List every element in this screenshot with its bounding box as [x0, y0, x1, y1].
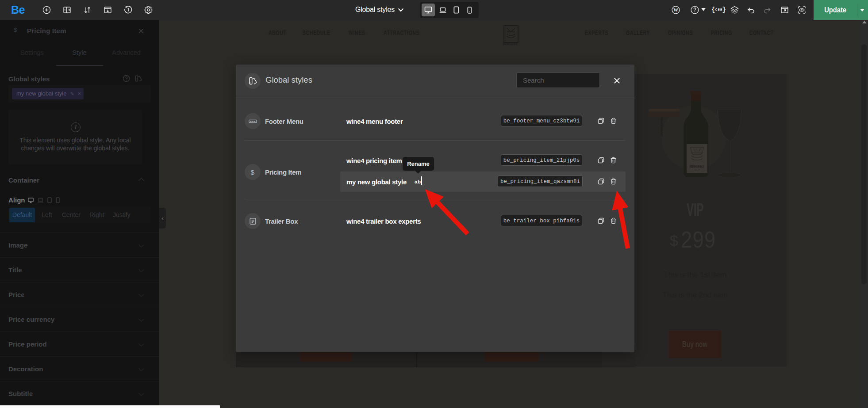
svg-text:W: W	[673, 7, 678, 12]
svg-text:BRUT: BRUT	[694, 169, 700, 172]
svg-text:BEEVENT: BEEVENT	[690, 164, 705, 169]
